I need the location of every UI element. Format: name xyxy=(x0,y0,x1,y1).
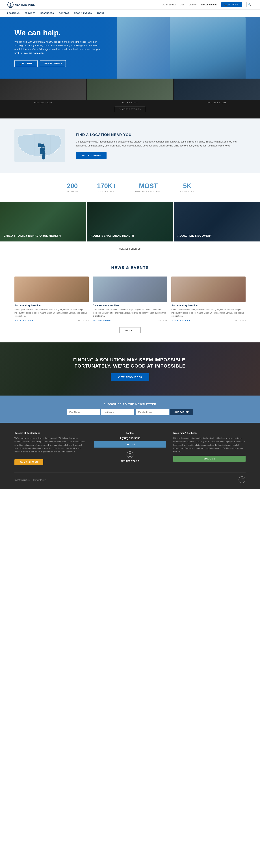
story-label-2: KEITH'S STORY xyxy=(87,100,173,104)
stat-locations: 200 LOCATIONS xyxy=(66,182,79,193)
stats-section: 200 LOCATIONS 170K+ CLIENTS SERVED MOST … xyxy=(0,173,260,202)
last-name-input[interactable] xyxy=(101,409,134,415)
news-date-3: Oct 13, 2019 xyxy=(235,319,246,321)
footer-help-text: Life can throw up a lot of hurdles. And … xyxy=(173,437,246,453)
nav-about[interactable]: ABOUT xyxy=(97,9,104,17)
nav-resources[interactable]: RESOURCES xyxy=(40,9,54,17)
hero-description: We can help with your mental health, add… xyxy=(14,40,101,55)
stat-clients-number: 170K+ xyxy=(97,182,117,190)
news-tag-3[interactable]: Success Stories xyxy=(171,319,190,321)
stat-employees: 5K EMPLOYEES xyxy=(180,182,194,193)
nav-news-events[interactable]: NEWS & EVENTS xyxy=(74,9,92,17)
svg-point-0 xyxy=(8,2,13,8)
hero-content: We can help. We can help with your menta… xyxy=(14,29,101,67)
story-image-1 xyxy=(0,79,86,100)
join-our-team-button[interactable]: JOIN OUR TEAM xyxy=(14,459,43,465)
news-image-3 xyxy=(171,277,246,302)
nav-my-centerstone[interactable]: My Centerstone xyxy=(201,3,217,6)
service-title-3: ADDICTION RECOVERY xyxy=(177,234,212,238)
news-image-1 xyxy=(14,277,89,302)
view-resources-button[interactable]: VIEW RESOURCES xyxy=(111,373,149,381)
footer-our-organization-link[interactable]: Our Organization xyxy=(14,479,30,481)
find-location-button[interactable]: FIND LOCATION xyxy=(76,152,106,159)
story-thumb-1[interactable] xyxy=(0,79,86,100)
search-button[interactable]: 🔍 xyxy=(247,2,253,7)
news-footer-2: Success Stories Oct 13, 2019 xyxy=(93,319,167,321)
news-body-2: Lorem ipsum dolor sit amet, consectetur … xyxy=(93,308,167,318)
top-bar: CENTERSTONE Appointments Give Careers My… xyxy=(0,0,260,9)
news-tag-2[interactable]: Success Stories xyxy=(93,319,111,321)
newsletter-title: SUBSCRIBE TO THE NEWSLETTER xyxy=(14,403,246,406)
story-image-3 xyxy=(174,79,260,100)
news-headline-2: Success story headline xyxy=(93,304,167,307)
newsletter-form: SUBSCRIBE xyxy=(67,409,193,415)
call-us-button[interactable]: CALL US xyxy=(94,441,166,447)
news-tag-1[interactable]: Success Stories xyxy=(14,319,33,321)
hero-section: We can help. We can help with your menta… xyxy=(0,17,260,79)
header-crisis-button[interactable]: 📞 IN CRISIS? xyxy=(221,2,242,7)
story-label-1: ANDREW'S STORY xyxy=(0,100,86,104)
service-title-2: ADULT BEHAVIORAL HEALTH xyxy=(91,234,134,238)
footer-help-title: Need help? Get help. xyxy=(173,432,246,434)
footer-logo-text: CENTERSTONE xyxy=(94,460,166,462)
nav-appointments[interactable]: Appointments xyxy=(162,3,175,6)
svg-point-10 xyxy=(127,452,133,458)
logo-icon xyxy=(7,1,14,8)
first-name-input[interactable] xyxy=(67,409,100,415)
news-headline-3: Success story headline xyxy=(171,304,246,307)
success-stories-button[interactable]: SUCCESS STORIES xyxy=(115,106,145,112)
stat-employees-label: EMPLOYEES xyxy=(180,190,194,193)
news-headline-1: Success story headline xyxy=(14,304,89,307)
svg-point-1 xyxy=(9,3,11,4)
stat-insurance: MOST INSURANCES ACCEPTED xyxy=(134,182,162,193)
news-date-1: Oct 13, 2019 xyxy=(78,319,89,321)
view-all-wrap: VIEW ALL xyxy=(14,327,246,333)
story-thumb-2[interactable] xyxy=(87,79,173,100)
nav-give[interactable]: Give xyxy=(180,3,185,6)
find-location-title: FIND A LOCATION NEAR YOU xyxy=(76,133,246,137)
subscribe-button[interactable]: SUBSCRIBE xyxy=(170,409,193,415)
cta-banner: FINDING A SOLUTION MAY SEEM IMPOSSIBLE.F… xyxy=(0,342,260,396)
footer-bottom-links: Our Organization Privacy Policy xyxy=(14,479,45,481)
svg-point-11 xyxy=(129,453,131,455)
nav-services[interactable]: SERVICES xyxy=(25,9,35,17)
footer-contact-title: Contact xyxy=(94,432,166,434)
stat-locations-label: LOCATIONS xyxy=(66,190,79,193)
stories-labels: ANDREW'S STORY KEITH'S STORY MELISSA'S S… xyxy=(0,100,260,104)
footer-logo: CENTERSTONE xyxy=(94,451,166,462)
phone-icon-hero: 📞 xyxy=(19,62,21,65)
stat-employees-number: 5K xyxy=(180,182,194,190)
view-all-button[interactable]: VIEW ALL xyxy=(120,327,140,333)
service-card-3[interactable]: ADDICTION RECOVERY xyxy=(174,202,260,242)
nav-careers[interactable]: Careers xyxy=(189,3,196,6)
news-card-3: Success story headline Lorem ipsum dolor… xyxy=(171,277,246,321)
services-btn-wrap: SEE ALL SERVICES xyxy=(0,242,260,256)
hero-buttons: 📞 IN CRISIS? APPOINTMENTS xyxy=(14,60,101,67)
nav-locations[interactable]: LOCATIONS xyxy=(7,9,20,17)
footer-careers-text: We're here because we believe in the com… xyxy=(14,437,87,453)
us-map-area xyxy=(14,129,65,162)
footer-grid: Careers at Centerstone We're here becaus… xyxy=(14,432,246,465)
email-us-button[interactable]: EMAIL US xyxy=(173,456,246,462)
hero-crisis-button[interactable]: 📞 IN CRISIS? xyxy=(14,60,38,67)
see-all-services-button[interactable]: SEE ALL SERVICES xyxy=(114,246,146,252)
story-label-3: MELISSA'S STORY xyxy=(174,100,260,104)
svg-text:ACCREDITED: ACCREDITED xyxy=(239,480,244,480)
nav-contact[interactable]: CONTACT xyxy=(59,9,69,17)
find-location-section: FIND A LOCATION NEAR YOU Centerstone pro… xyxy=(0,119,260,173)
jcaho-badge-icon: JCAHO ACCREDITED xyxy=(238,476,246,483)
phone-icon: 📞 xyxy=(224,3,227,6)
stat-clients: 170K+ CLIENTS SERVED xyxy=(97,182,117,193)
hero-emphasis: You are not alone. xyxy=(24,52,44,54)
service-card-1[interactable]: CHILD + FAMILY BEHAVIORAL HEALTH xyxy=(0,202,86,242)
story-thumb-3[interactable] xyxy=(174,79,260,100)
hero-appointments-button[interactable]: APPOINTMENTS xyxy=(40,60,66,67)
service-card-2[interactable]: ADULT BEHAVIORAL HEALTH xyxy=(87,202,173,242)
services-section: CHILD + FAMILY BEHAVIORAL HEALTH ADULT B… xyxy=(0,202,260,256)
stat-locations-number: 200 xyxy=(66,182,79,190)
news-body-1: Lorem ipsum dolor sit amet, consectetur … xyxy=(14,308,89,318)
main-navigation: LOCATIONS SERVICES RESOURCES CONTACT NEW… xyxy=(0,9,260,17)
email-input[interactable] xyxy=(136,409,169,415)
footer-privacy-policy-link[interactable]: Privacy Policy xyxy=(33,479,45,481)
logo[interactable]: CENTERSTONE xyxy=(7,1,35,8)
